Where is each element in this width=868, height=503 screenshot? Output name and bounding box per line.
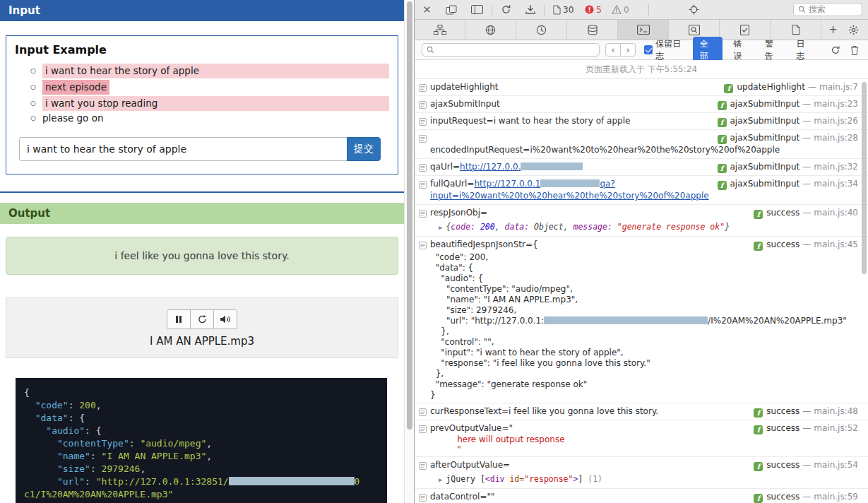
log-icon: [419, 241, 427, 253]
console-log-row: fsuccess—main.js:54 afterOutputValue= ▶j…: [415, 457, 868, 489]
function-badge: f: [754, 494, 763, 503]
loop-button[interactable]: [190, 309, 214, 329]
page-scrollbar[interactable]: [404, 0, 414, 503]
redaction-box: [229, 477, 355, 485]
function-badge: f: [754, 408, 763, 418]
settings-button[interactable]: [846, 25, 861, 35]
gear-icon: [848, 25, 859, 35]
console-log-area[interactable]: 页面重新载入于 下午5:55:24 fupdateHighlight—main.…: [415, 60, 868, 503]
url-link[interactable]: http://127.0.0.: [460, 162, 521, 172]
page-reload-status: 页面重新载入于 下午5:55:24: [415, 60, 868, 79]
tab-storage[interactable]: [567, 20, 618, 40]
error-count[interactable]: 5: [583, 5, 604, 15]
scope-logs[interactable]: 日志: [792, 37, 818, 64]
disclosure-icon[interactable]: ▶: [439, 224, 442, 231]
bullet-icon: ○: [30, 97, 42, 110]
function-badge: f: [718, 164, 727, 173]
element-picker-button[interactable]: [686, 4, 701, 15]
dock-copy-button[interactable]: [444, 5, 459, 15]
submit-button[interactable]: 提交: [347, 137, 381, 161]
function-badge: f: [754, 242, 763, 251]
source-location-link[interactable]: main.js:40: [814, 208, 858, 218]
audio-controls: [167, 309, 237, 329]
log-message: dataControl="": [430, 492, 495, 502]
source-location-link[interactable]: main.js:34: [814, 179, 858, 189]
download-button[interactable]: [523, 4, 537, 15]
section-divider: [0, 191, 404, 193]
document-icon: [553, 5, 561, 15]
input-example-box: Input Example ○i want to hear the story …: [6, 35, 398, 174]
tab-console[interactable]: [618, 20, 669, 40]
find-previous-button[interactable]: ‹: [605, 43, 621, 57]
log-message: ajaxSubmitInput: [430, 99, 500, 109]
search-icon: [427, 46, 434, 54]
scrollbar-thumb[interactable]: [407, 1, 412, 430]
tab-bar-extras: +: [821, 20, 868, 40]
source-location-link[interactable]: main.js:26: [814, 116, 858, 126]
scope-all[interactable]: 全部: [693, 37, 723, 64]
log-message: inputRequest=i want to hear the story of…: [430, 116, 630, 126]
inspector-search-field[interactable]: 搜索: [793, 3, 862, 16]
refresh-button[interactable]: [828, 45, 843, 55]
console-scrollbar-thumb[interactable]: [862, 82, 867, 274]
log-message: afterOutputValue=: [430, 460, 510, 470]
clear-console-button[interactable]: [848, 45, 861, 55]
close-button[interactable]: [420, 5, 434, 14]
source-location-link[interactable]: main.js:28: [814, 133, 858, 143]
log-icon: [419, 408, 427, 420]
scope-errors[interactable]: 错误: [728, 37, 754, 64]
toolbar-divider: [492, 4, 492, 16]
command-input[interactable]: [19, 137, 347, 161]
search-icon: [798, 6, 806, 13]
function-badge: f: [754, 462, 763, 471]
find-navigation: ‹ ›: [605, 43, 636, 57]
preserve-log-toggle[interactable]: 保留日志: [644, 38, 687, 62]
add-tab-button[interactable]: +: [828, 25, 838, 35]
resource-count[interactable]: 30: [551, 5, 576, 15]
find-next-button[interactable]: ›: [620, 43, 636, 57]
source-location-link[interactable]: main.js:32: [814, 162, 858, 172]
list-item: ○next episode: [30, 80, 389, 95]
toolbar-divider: [544, 4, 545, 16]
inspector-toolbar: 30 5 0 搜索: [415, 0, 868, 20]
object-preview[interactable]: ▶{code: 200, data: Object, message: "gen…: [430, 221, 858, 234]
string-log-body: here will output response ": [430, 434, 858, 454]
tab-timelines[interactable]: [516, 20, 567, 40]
log-icon: [419, 493, 427, 503]
list-item: ○i want to hear the story of apple: [30, 64, 389, 78]
pause-icon: [175, 315, 182, 324]
jquery-preview[interactable]: ▶jQuery [<div id="response">] (1): [430, 473, 858, 486]
example-command: please go on: [42, 112, 103, 124]
source-location-link[interactable]: main.js:45: [814, 239, 858, 249]
example-command: i want you stop reading: [42, 96, 389, 111]
console-filter-field[interactable]: [422, 43, 600, 57]
source-location-link[interactable]: main.js:23: [814, 99, 858, 109]
checkbox-checked-icon[interactable]: [644, 45, 653, 54]
source-location-link[interactable]: main.js:54: [814, 460, 858, 470]
disclosure-icon[interactable]: ▶: [439, 476, 442, 483]
log-message: prevOutputValue=": [430, 423, 513, 433]
loop-icon: [197, 314, 208, 324]
audio-filename: I AM AN APPLE.mp3: [6, 335, 398, 348]
bullet-icon: ○: [30, 81, 42, 93]
warning-count[interactable]: 0: [610, 5, 631, 15]
log-message: respJsonObj=: [430, 208, 487, 218]
source-location-link[interactable]: main.js:52: [814, 423, 858, 433]
tab-elements[interactable]: [415, 20, 465, 40]
source-location-link[interactable]: main.js:59: [814, 492, 858, 502]
console-log-row: fsuccess—main.js:45 beautifiedJespnJsonS…: [415, 237, 868, 403]
sidebar-toggle-button[interactable]: [469, 5, 485, 14]
volume-button[interactable]: [213, 309, 237, 329]
tab-network[interactable]: [465, 20, 516, 40]
log-icon: [419, 425, 427, 437]
scope-warnings[interactable]: 警告: [760, 37, 786, 64]
reload-button[interactable]: [499, 4, 513, 15]
input-example-heading: Input Example: [15, 43, 389, 57]
source-location-link[interactable]: main.js:7: [819, 82, 858, 92]
source-location-link[interactable]: main.js:48: [814, 406, 858, 416]
function-badge: f: [724, 84, 733, 93]
output-heading: Output: [0, 203, 404, 224]
log-icon: [419, 209, 427, 221]
pause-button[interactable]: [167, 309, 191, 329]
page-title-text: Input: [8, 4, 40, 17]
